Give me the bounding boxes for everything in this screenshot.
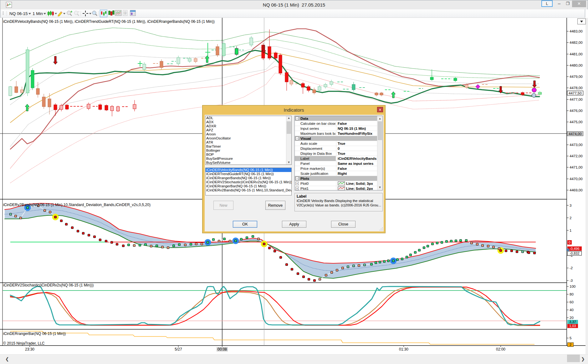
svg-text:$: $ <box>125 12 126 15</box>
svg-text:1 Min: 1 Min <box>33 11 43 16</box>
svg-text:+: + <box>70 10 72 13</box>
svg-text:–: – <box>78 10 79 13</box>
svg-text:NQ 06-15: NQ 06-15 <box>9 11 28 16</box>
